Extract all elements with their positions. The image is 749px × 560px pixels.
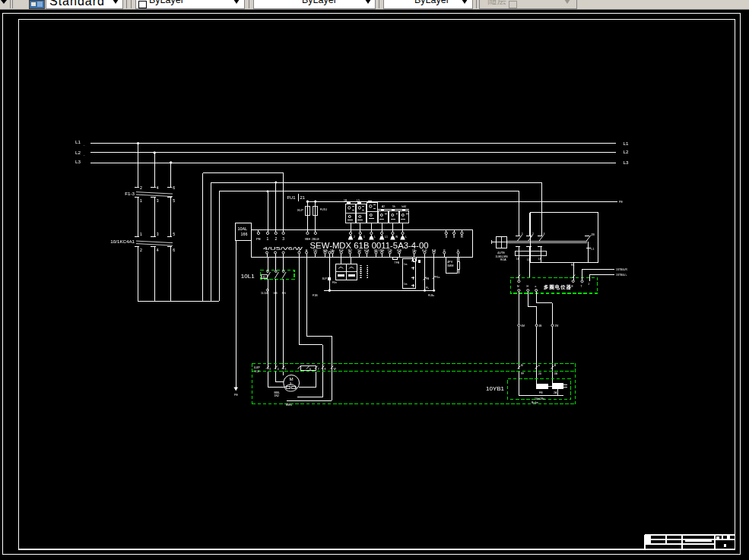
svg-text:PE: PE	[256, 237, 261, 241]
svg-text:10L1: 10L1	[241, 273, 255, 280]
svg-text:F1a: F1a	[436, 276, 440, 279]
svg-text:5: 5	[173, 232, 175, 236]
svg-text:PE: PE	[619, 201, 623, 204]
svg-text:4: 4	[157, 185, 159, 190]
svg-text:F1B: F1B	[313, 294, 318, 297]
svg-text:3: 3	[269, 368, 271, 371]
svg-text:FB: FB	[426, 277, 430, 280]
svg-text:E2A: E2A	[364, 249, 370, 252]
svg-text:1: 1	[522, 233, 523, 236]
svg-text:PP: PP	[521, 372, 524, 375]
svg-text:4U/TE: 4U/TE	[497, 252, 506, 255]
svg-text:166: 166	[241, 232, 248, 236]
svg-text:XG: XG	[282, 292, 286, 295]
svg-text:1Bn: 1Bn	[412, 249, 417, 252]
svg-text:6: 6	[173, 248, 175, 252]
svg-text:2U: 2U	[538, 372, 542, 375]
svg-text:FU1: FU1	[287, 195, 296, 200]
svg-text:1: 1	[140, 232, 142, 236]
svg-text:3E7: 3E7	[348, 249, 352, 252]
svg-text:8: 8	[324, 368, 325, 371]
svg-text:ROA: ROA	[500, 258, 506, 261]
svg-text:5h: 5h	[392, 205, 395, 208]
svg-text:2B: 2B	[592, 233, 595, 236]
svg-text:L1: L1	[385, 236, 388, 239]
svg-text:L3: L3	[624, 160, 629, 165]
svg-text:10ZP: 10ZP	[254, 366, 261, 369]
svg-text:1N2: 1N2	[275, 394, 280, 397]
svg-text:1STB0L/+: 1STB0L/+	[616, 274, 627, 277]
svg-text:1BU: 1BU	[373, 249, 379, 252]
svg-text:1STB0L/R: 1STB0L/R	[616, 268, 627, 271]
svg-text:2: 2	[140, 248, 142, 252]
svg-text:L2: L2	[624, 149, 629, 154]
svg-text:5MM: 5MM	[447, 264, 453, 267]
svg-text:b44: b44	[402, 205, 407, 208]
svg-text:1m: 1m	[404, 283, 408, 286]
svg-text:2: 2	[140, 185, 142, 190]
svg-text:21: 21	[300, 195, 305, 200]
svg-text:3: 3	[157, 232, 159, 236]
svg-text:BMru: BMru	[286, 403, 292, 407]
svg-text:E5F: E5F	[339, 249, 344, 252]
svg-text:1CZ: 1CZ	[255, 370, 260, 373]
svg-text:10AL: 10AL	[238, 226, 248, 231]
svg-text:a: a	[538, 364, 540, 367]
svg-text:L1: L1	[75, 139, 81, 144]
svg-text:TFB: TFB	[395, 261, 400, 264]
svg-text:2Aa: 2Aa	[330, 249, 335, 252]
svg-text:3LP: 3LP	[322, 277, 328, 280]
svg-text:XLP: XLP	[297, 208, 303, 212]
svg-text:1B: 1B	[516, 258, 519, 261]
svg-text:2BU-E: 2BU-E	[312, 238, 320, 241]
svg-text:3: 3	[157, 198, 159, 203]
svg-text:L1: L1	[624, 141, 629, 146]
svg-text:L2: L2	[75, 150, 81, 155]
svg-text:A2: A2	[382, 205, 385, 208]
svg-text:F0n: F0n	[332, 281, 337, 284]
svg-text:2: 2	[532, 233, 534, 236]
svg-text:M: M	[290, 376, 294, 381]
svg-text:SEW-MDX 61B 0011-5A3-4-00: SEW-MDX 61B 0011-5A3-4-00	[310, 241, 429, 250]
svg-text:10YB1: 10YB1	[486, 385, 505, 392]
svg-text:1L10B: 1L10B	[261, 292, 269, 295]
svg-text:2: 2	[354, 236, 355, 239]
svg-text:9: 9	[446, 235, 448, 239]
svg-text:FB: FB	[539, 391, 543, 394]
svg-text:1: 1	[363, 236, 365, 239]
svg-text:F1-3: F1-3	[125, 191, 135, 196]
svg-text:2: 2	[275, 236, 277, 241]
svg-text:E: E	[458, 249, 459, 252]
svg-text:PE: PE	[234, 394, 238, 397]
svg-text:B: B	[554, 364, 556, 367]
svg-text:10/1KC4A1: 10/1KC4A1	[110, 239, 135, 244]
svg-text:VBH: VBH	[305, 238, 311, 241]
svg-text:1m: 1m	[404, 263, 408, 266]
svg-text:3: 3	[282, 236, 284, 241]
svg-text:M: M	[517, 285, 519, 288]
svg-text:9: 9	[453, 235, 455, 239]
svg-text:L5: L5	[357, 199, 360, 202]
svg-text:GB: GB	[274, 292, 278, 295]
svg-text:5: 5	[285, 368, 287, 371]
svg-text:B-A: B-A	[432, 249, 436, 252]
svg-text:MBL: MBL	[275, 391, 280, 394]
svg-text:L1: L1	[592, 248, 595, 251]
svg-text:1: 1	[267, 236, 269, 241]
svg-text:7: 7	[318, 368, 319, 371]
svg-text:4: 4	[278, 368, 279, 371]
svg-text:M: M	[521, 364, 523, 367]
svg-text:3: 3	[544, 233, 545, 236]
svg-text:4B: 4B	[539, 324, 542, 327]
svg-text:5: 5	[173, 198, 175, 203]
svg-text:4/U5/V6/W: 4/U5/V6/W	[263, 246, 303, 251]
svg-text:FU1U: FU1U	[320, 208, 328, 211]
svg-text:L: L	[374, 236, 376, 239]
svg-text:1B: 1B	[344, 199, 348, 202]
svg-text:TF1: TF1	[313, 249, 318, 252]
svg-text:L8: L8	[538, 258, 541, 261]
svg-text:XB: XB	[554, 372, 557, 375]
svg-text:FLBu: FLBu	[428, 294, 434, 297]
svg-text:6: 6	[173, 185, 175, 190]
svg-text:T: T	[581, 285, 582, 288]
